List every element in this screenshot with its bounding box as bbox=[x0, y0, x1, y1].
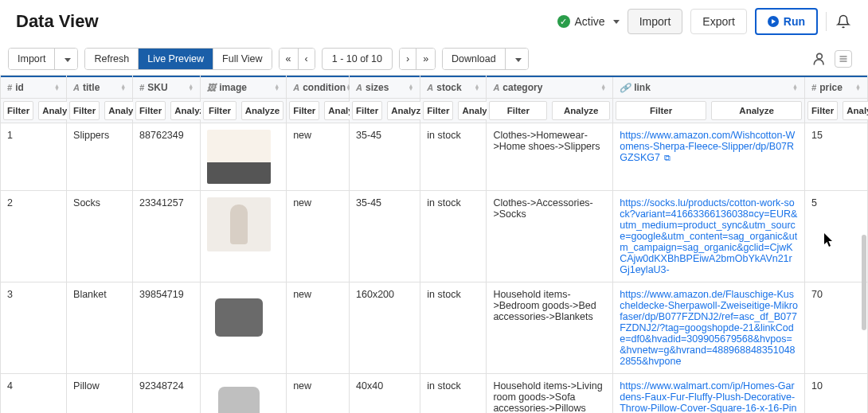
sort-icon[interactable]: ▲▼ bbox=[855, 84, 861, 91]
type-icon: # bbox=[139, 83, 144, 92]
user-icon[interactable] bbox=[811, 50, 828, 68]
separator bbox=[826, 12, 827, 31]
download-button[interactable]: Download bbox=[443, 49, 506, 69]
table-row: 3Blanket39854719new160x200in stockHouseh… bbox=[1, 282, 868, 374]
column-header-id[interactable]: #id▲▼FilterAnalyze bbox=[1, 76, 67, 123]
cell-link: https://socks.lu/products/cotton-work-so… bbox=[613, 191, 805, 282]
column-label: category bbox=[502, 82, 542, 93]
cell-category: Clothes->Homewear->Home shoes->Slippers bbox=[487, 123, 613, 191]
scrollbar[interactable] bbox=[862, 235, 866, 330]
product-link[interactable]: https://socks.lu/products/cotton-work-so… bbox=[620, 197, 797, 275]
filter-button[interactable]: Filter bbox=[289, 101, 319, 120]
check-icon: ✓ bbox=[557, 15, 570, 28]
sort-icon[interactable]: ▲▼ bbox=[120, 84, 126, 91]
filter-button[interactable]: Filter bbox=[135, 101, 166, 120]
sort-icon[interactable]: ▲▼ bbox=[600, 84, 606, 91]
type-icon: A bbox=[293, 83, 299, 92]
cell-category: Household items->Living room goods->Sofa… bbox=[487, 374, 613, 414]
refresh-button[interactable]: Refresh bbox=[85, 49, 139, 69]
column-header-image[interactable]: 🖼image▲▼FilterAnalyze bbox=[201, 76, 287, 123]
analyze-button[interactable]: Analyze bbox=[552, 101, 610, 120]
run-label: Run bbox=[784, 15, 805, 28]
sort-icon[interactable]: ▲▼ bbox=[274, 84, 280, 91]
pager-last-button[interactable]: » bbox=[416, 49, 435, 69]
analyze-button[interactable]: Analyze bbox=[711, 101, 802, 120]
column-header-stock[interactable]: Astock▲▼FilterAnalyze bbox=[420, 76, 487, 123]
cell-image bbox=[201, 191, 287, 282]
analyze-button[interactable]: Analyze bbox=[241, 101, 283, 120]
pager-prev-button[interactable]: ‹ bbox=[299, 49, 315, 69]
type-icon: # bbox=[7, 83, 12, 92]
cell-stock: in stock bbox=[420, 123, 487, 191]
cell-price: 15 bbox=[805, 123, 868, 191]
sort-icon[interactable]: ▲▼ bbox=[54, 84, 60, 91]
column-header-category[interactable]: Acategory▲▼FilterAnalyze bbox=[487, 76, 613, 123]
column-header-sizes[interactable]: Asizes▲▼FilterAnalyze bbox=[350, 76, 420, 123]
sort-icon[interactable]: ▲▼ bbox=[792, 84, 798, 91]
product-link[interactable]: https://www.walmart.com/ip/Homes-Gardens… bbox=[620, 380, 796, 413]
cell-stock: in stock bbox=[420, 191, 487, 282]
column-label: sizes bbox=[366, 82, 389, 93]
live-preview-tab[interactable]: Live Preview bbox=[139, 49, 213, 69]
cell-stock: in stock bbox=[420, 374, 487, 414]
toolbar-import-dropdown[interactable] bbox=[55, 49, 77, 69]
data-table: #id▲▼FilterAnalyzeAtitle▲▼FilterAnalyze#… bbox=[0, 76, 868, 413]
column-label: SKU bbox=[147, 82, 167, 93]
play-icon bbox=[768, 16, 779, 27]
chevron-down-icon bbox=[515, 58, 522, 62]
pager-first-button[interactable]: « bbox=[280, 49, 299, 69]
column-header-sku[interactable]: #SKU▲▼FilterAnalyze bbox=[133, 76, 201, 123]
column-header-price[interactable]: #price▲▼FilterAnalyze bbox=[805, 76, 868, 123]
product-link[interactable]: https://www.amazon.com/Wishcotton-Womens… bbox=[620, 130, 795, 163]
product-link[interactable]: https://www.amazon.de/Flauschige-Kuschel… bbox=[620, 289, 798, 367]
pager-next-button[interactable]: › bbox=[400, 49, 416, 69]
column-label: stock bbox=[436, 82, 461, 93]
column-label: link bbox=[634, 82, 651, 93]
sort-icon[interactable]: ▲▼ bbox=[408, 84, 413, 91]
product-image bbox=[207, 130, 271, 184]
import-button[interactable]: Import bbox=[628, 9, 683, 34]
column-label: title bbox=[83, 82, 100, 93]
cell-sizes: 35-45 bbox=[350, 191, 420, 282]
column-header-link[interactable]: 🔗link▲▼FilterAnalyze bbox=[613, 76, 805, 123]
sort-icon[interactable]: ▲▼ bbox=[188, 84, 194, 91]
cell-title: Slippers bbox=[67, 123, 133, 191]
cell-sku: 88762349 bbox=[133, 123, 201, 191]
product-image bbox=[207, 289, 271, 343]
cell-price: 70 bbox=[805, 282, 868, 374]
column-header-title[interactable]: Atitle▲▼FilterAnalyze bbox=[67, 76, 133, 123]
filter-button[interactable]: Filter bbox=[203, 101, 236, 120]
cell-condition: new bbox=[287, 123, 350, 191]
cell-condition: new bbox=[287, 282, 350, 374]
filter-button[interactable]: Filter bbox=[423, 101, 453, 120]
sort-icon[interactable]: ▲▼ bbox=[474, 84, 479, 91]
pager-info: 1 - 10 of 10 bbox=[322, 48, 393, 70]
export-button[interactable]: Export bbox=[690, 9, 746, 34]
type-icon: A bbox=[493, 83, 499, 92]
column-label: price bbox=[819, 82, 843, 93]
cell-image bbox=[201, 282, 287, 374]
svg-point-0 bbox=[817, 53, 823, 59]
cell-sizes: 35-45 bbox=[350, 123, 420, 191]
status-badge[interactable]: ✓ Active bbox=[557, 15, 620, 28]
cell-sku: 92348724 bbox=[133, 374, 201, 414]
filter-button[interactable]: Filter bbox=[352, 101, 382, 120]
bell-icon[interactable] bbox=[835, 13, 852, 30]
run-button[interactable]: Run bbox=[755, 8, 818, 35]
column-header-condition[interactable]: Acondition▲▼FilterAnalyze bbox=[287, 76, 350, 123]
cell-id: 2 bbox=[1, 191, 67, 282]
full-view-tab[interactable]: Full View bbox=[213, 49, 271, 69]
filter-button[interactable]: Filter bbox=[69, 101, 100, 120]
filter-button[interactable]: Filter bbox=[3, 101, 33, 120]
external-link-icon: ⧉ bbox=[664, 153, 671, 162]
hamburger-icon[interactable] bbox=[835, 50, 852, 68]
filter-button[interactable]: Filter bbox=[489, 101, 547, 120]
toolbar-import-button[interactable]: Import bbox=[9, 49, 55, 69]
download-dropdown[interactable] bbox=[506, 49, 528, 69]
analyze-button[interactable]: Analyze bbox=[843, 101, 868, 120]
cell-condition: new bbox=[287, 191, 350, 282]
column-label: condition bbox=[303, 82, 346, 93]
cell-title: Blanket bbox=[67, 282, 133, 374]
filter-button[interactable]: Filter bbox=[616, 101, 706, 120]
filter-button[interactable]: Filter bbox=[807, 101, 838, 120]
